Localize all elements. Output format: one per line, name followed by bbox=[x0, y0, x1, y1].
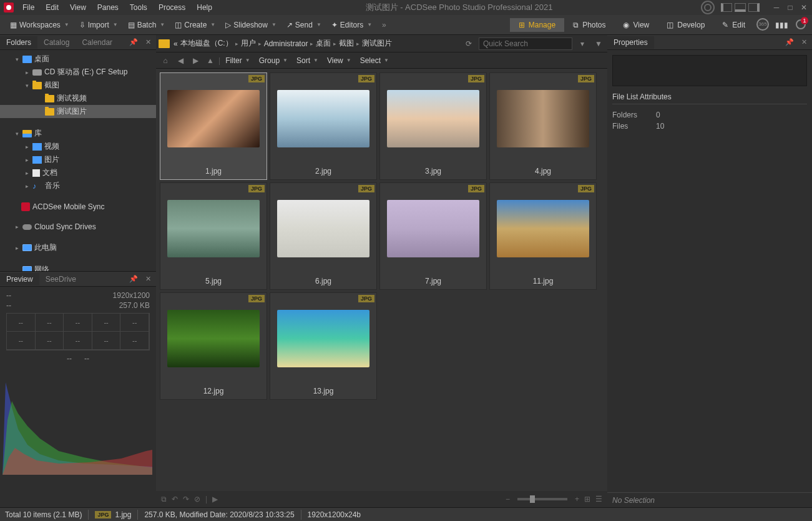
365-button[interactable]: 365 bbox=[756, 18, 769, 31]
search-input[interactable] bbox=[479, 37, 572, 50]
mode-develop[interactable]: ◫Develop bbox=[658, 18, 713, 32]
thumbnail-item[interactable]: JPG6.jpg bbox=[270, 182, 377, 290]
tree-library[interactable]: ▾库 bbox=[0, 127, 156, 140]
tree-picture[interactable]: ▸图片 bbox=[0, 153, 156, 166]
redo-icon[interactable]: ↷ bbox=[183, 495, 189, 504]
thumbnail-item[interactable]: JPG11.jpg bbox=[489, 182, 597, 290]
send-button[interactable]: ↗Send▼ bbox=[281, 19, 326, 31]
pin-icon[interactable]: 📌 bbox=[127, 274, 140, 284]
tree-this-pc[interactable]: ▸此电脑 bbox=[0, 241, 156, 254]
bars-icon: ▮▮▮ bbox=[775, 21, 788, 29]
close-panel-icon[interactable]: ✕ bbox=[143, 274, 154, 284]
mode-edit[interactable]: ✎Edit bbox=[713, 18, 754, 32]
pin-icon[interactable]: 📌 bbox=[127, 37, 140, 47]
pin-icon[interactable]: 📌 bbox=[783, 37, 796, 47]
refresh-button[interactable]: ⟳ bbox=[462, 37, 475, 50]
video-icon bbox=[32, 143, 42, 151]
home-button[interactable]: ⌂ bbox=[159, 54, 172, 67]
up-button[interactable]: ▲ bbox=[203, 54, 217, 67]
folders-tab[interactable]: Folders bbox=[0, 36, 37, 49]
toolbar-overflow[interactable]: » bbox=[377, 19, 391, 31]
thumbnail-item[interactable]: JPG12.jpg bbox=[160, 292, 267, 400]
list-view-icon[interactable]: ☰ bbox=[595, 495, 602, 504]
thumbnail-item[interactable]: JPG13.jpg bbox=[270, 292, 377, 400]
properties-tab[interactable]: Properties bbox=[607, 36, 654, 49]
thumb-view-icon[interactable]: ⊞ bbox=[584, 495, 590, 504]
minimize-button[interactable]: ─ bbox=[772, 3, 781, 12]
breadcrumb[interactable]: « 本地磁盘（C:）▸ 用户▸ Administrator▸ 桌面▸ 截图▸ 测… bbox=[174, 38, 459, 49]
tree-jietu[interactable]: ▾截图 bbox=[0, 79, 156, 92]
catalog-tab[interactable]: Catalog bbox=[37, 36, 76, 49]
histogram bbox=[0, 367, 156, 507]
calendar-tab[interactable]: Calendar bbox=[76, 36, 119, 49]
pc-icon bbox=[22, 244, 32, 251]
mode-manage[interactable]: ⊞Manage bbox=[510, 18, 564, 32]
menu-tools[interactable]: Tools bbox=[125, 2, 152, 13]
tree-video[interactable]: ▸视频 bbox=[0, 140, 156, 153]
seedrive-tab[interactable]: SeeDrive bbox=[39, 273, 82, 285]
thumbnail-filename: 5.jpg bbox=[160, 274, 267, 289]
slideshow-button[interactable]: ▷Slideshow▼ bbox=[220, 19, 281, 31]
grid-footer: ⧉ ↶ ↷ ⊘ | ▶ − + ⊞ ☰ bbox=[156, 491, 607, 507]
copy-icon[interactable]: ⧉ bbox=[161, 495, 167, 504]
select-menu[interactable]: Select▼ bbox=[356, 54, 393, 67]
zoom-slider[interactable] bbox=[517, 498, 567, 500]
tree-music[interactable]: ▸♪音乐 bbox=[0, 179, 156, 192]
tree-test-video[interactable]: 测试视频 bbox=[0, 92, 156, 105]
editors-button[interactable]: ✦Editors▼ bbox=[326, 19, 377, 31]
sort-menu[interactable]: Sort▼ bbox=[293, 54, 322, 67]
thumbnail-item[interactable]: JPG5.jpg bbox=[160, 182, 267, 290]
notification-button[interactable] bbox=[795, 18, 807, 31]
undo-icon[interactable]: ↶ bbox=[172, 495, 178, 504]
menu-file[interactable]: File bbox=[17, 2, 39, 13]
play-icon[interactable]: ▶ bbox=[212, 495, 218, 504]
tree-mobile-sync[interactable]: ACDSee Mobile Sync bbox=[0, 201, 156, 212]
tree-test-image[interactable]: 测试图片 bbox=[0, 105, 156, 118]
filter-funnel-icon[interactable]: ▼ bbox=[592, 37, 605, 50]
workspaces-button[interactable]: ▦Workspaces▼ bbox=[5, 19, 74, 31]
layout-bottom[interactable] bbox=[735, 3, 746, 12]
menu-edit[interactable]: Edit bbox=[41, 2, 64, 13]
mode-view[interactable]: ◉View bbox=[614, 18, 658, 32]
user-account-icon[interactable] bbox=[701, 1, 715, 14]
thumbnail-item[interactable]: JPG7.jpg bbox=[379, 182, 487, 290]
back-button[interactable]: ◀ bbox=[174, 54, 187, 67]
filter-menu[interactable]: Filter▼ bbox=[222, 54, 254, 67]
menu-process[interactable]: Process bbox=[154, 2, 190, 13]
view-menu[interactable]: View▼ bbox=[323, 54, 355, 67]
music-icon: ♪ bbox=[32, 182, 42, 191]
zoom-out-icon[interactable]: − bbox=[506, 495, 510, 504]
layout-left[interactable] bbox=[721, 3, 732, 12]
layout-right[interactable] bbox=[748, 3, 760, 12]
tree-cloud[interactable]: ▸Cloud Sync Drives bbox=[0, 221, 156, 232]
close-button[interactable]: ✕ bbox=[800, 3, 808, 12]
format-badge: JPG bbox=[248, 75, 265, 82]
tree-desktop[interactable]: ▾桌面 bbox=[0, 52, 156, 66]
close-panel-icon[interactable]: ✕ bbox=[143, 37, 154, 47]
forward-button[interactable]: ▶ bbox=[188, 54, 202, 67]
import-button[interactable]: ⇩Import▼ bbox=[74, 19, 123, 31]
thumbnail-item[interactable]: JPG4.jpg bbox=[489, 72, 597, 180]
group-menu[interactable]: Group▼ bbox=[255, 54, 291, 67]
tree-cd-drive[interactable]: ▸CD 驱动器 (E:) CF Setup bbox=[0, 66, 156, 79]
tree-network[interactable]: 网络 bbox=[0, 263, 156, 271]
thumbnail-item[interactable]: JPG2.jpg bbox=[270, 72, 377, 180]
tree-doc[interactable]: ▸文档 bbox=[0, 166, 156, 179]
create-button[interactable]: ◫Create▼ bbox=[170, 19, 220, 31]
menu-help[interactable]: Help bbox=[192, 2, 217, 13]
zoom-in-icon[interactable]: + bbox=[575, 495, 579, 504]
left-panel: Folders Catalog Calendar 📌 ✕ ▾桌面 ▸CD 驱动器… bbox=[0, 35, 156, 507]
maximize-button[interactable]: □ bbox=[786, 3, 795, 12]
menu-view[interactable]: View bbox=[65, 2, 91, 13]
menu-panes[interactable]: Panes bbox=[92, 2, 124, 13]
stats-button[interactable]: ▮▮▮ bbox=[771, 18, 792, 32]
close-panel-icon[interactable]: ✕ bbox=[799, 37, 810, 47]
properties-preview-box bbox=[612, 55, 807, 86]
search-dropdown[interactable]: ▾ bbox=[576, 37, 589, 50]
preview-tab[interactable]: Preview bbox=[0, 273, 39, 285]
thumbnail-item[interactable]: JPG1.jpg bbox=[160, 72, 267, 180]
mode-photos[interactable]: ⧉Photos bbox=[564, 18, 614, 32]
batch-button[interactable]: ▤Batch▼ bbox=[123, 19, 170, 31]
delete-icon[interactable]: ⊘ bbox=[194, 495, 200, 504]
thumbnail-item[interactable]: JPG3.jpg bbox=[379, 72, 487, 180]
